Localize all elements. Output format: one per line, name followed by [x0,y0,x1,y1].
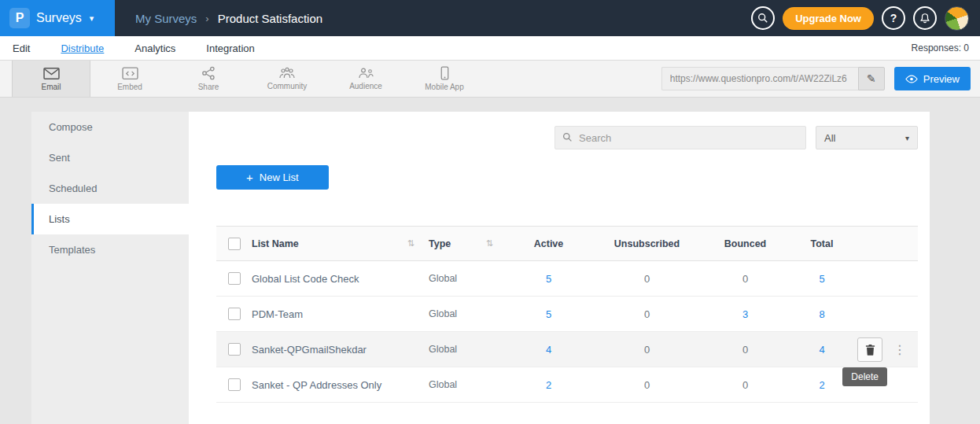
bell-icon [919,13,930,24]
column-header-type[interactable]: Type [429,238,451,249]
row-checkbox[interactable] [228,308,241,320]
chevron-down-icon: ▾ [905,134,909,142]
row-actions: ⋮ Delete [857,337,919,362]
channel-label: Share [198,83,219,91]
sort-icon[interactable]: ⇅ [407,238,414,249]
table-row: Sanket-QPGmailShekdar Global 4 0 0 4 ⋮ D… [216,332,918,367]
row-checkbox[interactable] [228,378,241,391]
list-type: Global [429,344,507,355]
audience-icon [357,67,374,79]
product-name: Surveys [36,11,82,25]
select-all-checkbox[interactable] [228,238,241,250]
table-row: Sanket - QP Addresses Only Global 2 0 0 … [216,367,918,403]
search-button[interactable] [751,6,775,30]
edit-url-button[interactable]: ✎ [858,67,885,90]
sidebar-item-templates[interactable]: Templates [31,234,189,265]
row-checkbox[interactable] [228,272,241,285]
share-icon [201,66,216,80]
channel-label: Mobile App [425,83,463,91]
bounced-count-link[interactable]: 3 [704,308,787,320]
active-count-link[interactable]: 2 [507,379,590,391]
list-search-row: All ▾ [216,126,918,149]
product-switcher[interactable]: P Surveys ▾ [0,0,115,36]
list-name-link[interactable]: Sanket - QP Addresses Only [252,379,429,391]
channel-label: Email [41,83,61,91]
email-icon [43,67,60,80]
column-header-total: Total [787,238,857,249]
channel-audience[interactable]: Audience [326,61,405,97]
list-type: Global [429,379,507,390]
bounced-count: 0 [704,379,787,391]
responses-count: Responses: 0 [912,42,980,53]
list-type-filter[interactable]: All ▾ [816,126,918,149]
new-list-button[interactable]: + New List [216,165,329,190]
channel-label: Community [267,82,308,90]
active-count-link[interactable]: 5 [507,308,590,320]
breadcrumb-separator-icon: › [205,13,208,24]
channel-share[interactable]: Share [169,61,248,97]
preview-label: Preview [923,73,960,85]
channel-embed[interactable]: Embed [90,61,169,97]
column-header-list-name[interactable]: List Name [252,238,299,249]
questionpro-logo-icon: P [9,8,30,28]
active-count-link[interactable]: 5 [507,273,590,285]
tab-distribute[interactable]: Distribute [61,42,104,54]
total-count-link[interactable]: 5 [787,273,857,285]
filter-value: All [824,132,835,144]
trash-icon [865,344,875,356]
pencil-icon: ✎ [867,72,876,85]
unsubscribed-count: 0 [590,273,704,285]
channel-community[interactable]: Community [248,61,326,97]
row-menu-button[interactable]: ⋮ [892,342,908,357]
preview-button[interactable]: Preview [894,67,971,90]
tab-analytics[interactable]: Analytics [134,42,175,54]
bounced-count: 0 [704,344,787,356]
sidebar-item-sent[interactable]: Sent [31,142,189,173]
help-icon: ? [890,12,897,24]
sidebar-item-compose[interactable]: Compose [31,112,189,142]
row-checkbox[interactable] [228,343,241,356]
notifications-button[interactable] [913,6,937,30]
unsubscribed-count: 0 [590,379,704,391]
topbar-actions: Upgrade Now ? [751,6,980,31]
new-list-label: New List [260,171,299,183]
sort-icon[interactable]: ⇅ [486,238,493,249]
list-name-link[interactable]: Global List Code Check [252,273,429,285]
tab-edit[interactable]: Edit [13,42,30,54]
total-count-link[interactable]: 4 [787,344,857,356]
delete-list-button[interactable] [857,337,882,362]
list-type: Global [429,273,507,284]
channel-email[interactable]: Email [12,61,90,97]
column-header-bounced: Bounced [704,238,787,249]
tab-integration[interactable]: Integration [206,42,254,54]
table-row: PDM-Team Global 5 0 3 8 [216,297,918,332]
eye-icon [905,75,918,83]
sidebar-item-lists[interactable]: Lists [31,204,189,234]
channel-label: Embed [117,83,142,91]
active-count-link[interactable]: 4 [507,344,590,356]
total-count-link[interactable]: 8 [787,308,857,320]
sidebar-item-scheduled[interactable]: Scheduled [31,173,189,204]
list-name-link[interactable]: Sanket-QPGmailShekdar [252,344,429,356]
bounced-count: 0 [704,273,787,285]
column-header-active: Active [507,238,590,249]
survey-url-group: ✎ [661,67,885,90]
breadcrumb-my-surveys[interactable]: My Surveys [135,12,197,25]
avatar[interactable] [945,6,969,31]
channel-label: Audience [349,82,382,90]
lists-panel: All ▾ + New List List Name ⇅ Type ⇅ Acti… [189,112,930,424]
unsubscribed-count: 0 [590,344,704,356]
survey-url-input[interactable] [661,67,858,90]
table-row: Global List Code Check Global 5 0 0 5 [216,261,918,297]
embed-code-icon [122,67,138,80]
help-button[interactable]: ? [882,6,905,30]
search-input[interactable] [554,126,806,149]
breadcrumb: My Surveys › Product Satisfaction [135,12,322,25]
search-icon [757,13,768,24]
list-type: Global [429,308,507,319]
column-header-unsubscribed: Unsubscribed [590,238,704,249]
list-name-link[interactable]: PDM-Team [252,308,429,320]
unsubscribed-count: 0 [590,308,704,320]
channel-mobile-app[interactable]: Mobile App [405,61,484,97]
upgrade-button[interactable]: Upgrade Now [783,7,874,30]
